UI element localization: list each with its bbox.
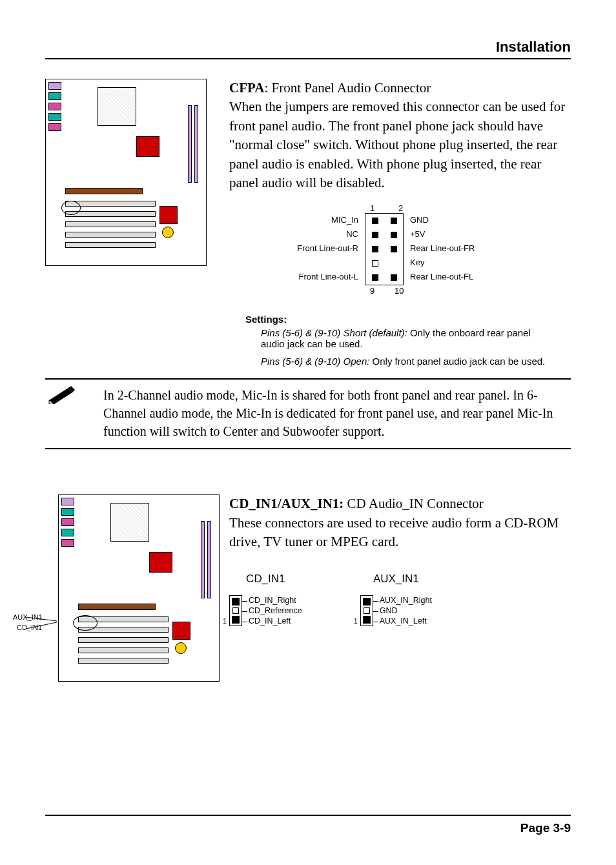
aux-in1-title: AUX_IN1: [373, 571, 419, 587]
settings-heading: Settings:: [245, 314, 555, 325]
cfpa-body: When the jumpers are removed this connec…: [229, 97, 571, 192]
motherboard-diagram-cfpa: [45, 79, 210, 266]
cd-pin-label-2: CD_Reference: [249, 606, 302, 616]
pin-left-5: Front Line-out-L: [255, 271, 358, 283]
pin-num-9: 9: [370, 285, 375, 297]
motherboard-diagram-cdin: AUX_IN1 CD_IN1: [45, 494, 210, 682]
settings-row-2-em: Pins (5-6) & (9-10) Open:: [261, 356, 373, 367]
aux-pin-label-3: AUX_IN_Left: [380, 616, 432, 626]
cfpa-pin-diagram: 1 2 9 10 MIC_In NC Front Line-out-R Fron…: [255, 205, 526, 302]
settings-row-1: Pins (5-6) & (9-10) Short (default): Onl…: [261, 327, 555, 349]
cd-in1-pin1-label: 1: [223, 616, 227, 626]
settings-row-2: Pins (5-6) & (9-10) Open: Only front pan…: [261, 356, 555, 367]
settings-row-1-em: Pins (5-6) & (9-10) Short (default):: [261, 327, 410, 338]
pin-num-10: 10: [395, 285, 404, 297]
cfpa-section: CFPA: Front Panel Audio Connector When t…: [45, 79, 571, 302]
cfpa-text: CFPA: Front Panel Audio Connector When t…: [229, 79, 571, 302]
aux-pin-label-1: AUX_IN_Right: [380, 595, 432, 606]
note-text: In 2-Channel audio mode, Mic-In is share…: [103, 386, 571, 440]
aux-in1-block: AUX_IN1 1 AUX_IN_Right GND AUX_IN_Left: [360, 571, 432, 627]
aux-pin-label-2: GND: [380, 606, 432, 616]
cdin-name: CD_IN1/AUX_IN1:: [229, 496, 347, 511]
cd-in1-block: CD_IN1 1 CD_IN_Right CD_Reference CD_IN_…: [229, 571, 302, 627]
pencil-icon: [48, 385, 76, 407]
header-title: Installation: [45, 39, 571, 56]
aux-in1-pin1-label: 1: [354, 616, 358, 626]
connector-row: CD_IN1 1 CD_IN_Right CD_Reference CD_IN_…: [229, 571, 571, 627]
footer-page-number: Page 3-9: [520, 821, 571, 835]
cdin-section: AUX_IN1 CD_IN1 CD_IN1/AUX_IN1: CD Audio_…: [45, 494, 571, 682]
svg-marker-0: [49, 389, 72, 404]
footer-rule: [45, 815, 571, 816]
cd-in1-title: CD_IN1: [246, 571, 285, 587]
pin-left-2: NC: [255, 229, 358, 240]
settings-row-2-rest: Only front panel audio jack can be used.: [373, 356, 546, 367]
pin-right-5: Rear Line-out-FL: [410, 271, 473, 283]
header-rule: [45, 58, 571, 59]
pin-left-3: Front Line-out-R: [255, 243, 358, 254]
cdin-text: CD_IN1/AUX_IN1: CD Audio_IN Connector Th…: [229, 494, 571, 626]
pin-left-1: MIC_In: [255, 214, 358, 226]
pin-right-2: +5V: [410, 229, 426, 240]
locator-label-aux: AUX_IN1: [13, 613, 43, 621]
locator-label-cd: CD_IN1: [17, 624, 42, 631]
cd-pin-label-3: CD_IN_Left: [249, 616, 302, 626]
pin-right-1: GND: [410, 214, 429, 226]
cdin-body: These connectors are used to receive aud…: [229, 514, 571, 552]
note-box: In 2-Channel audio mode, Mic-In is share…: [45, 378, 571, 449]
pin-right-4: Key: [410, 257, 424, 269]
cfpa-name: CFPA: [229, 80, 264, 96]
cd-pin-label-1: CD_IN_Right: [249, 595, 302, 606]
pin-right-3: Rear Line-out-FR: [410, 243, 475, 254]
cfpa-name-rest: : Front Panel Audio Connector: [264, 80, 431, 96]
cdin-name-rest: CD Audio_IN Connector: [347, 496, 484, 511]
cfpa-settings: Settings: Pins (5-6) & (9-10) Short (def…: [245, 314, 555, 367]
